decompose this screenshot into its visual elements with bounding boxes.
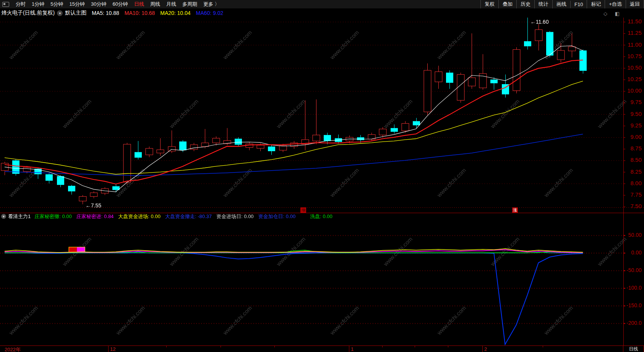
tab-30min[interactable]: 30分钟 <box>88 0 109 8</box>
main-chart-canvas[interactable] <box>0 18 644 352</box>
draw-line-button[interactable]: 画线 <box>552 0 570 8</box>
field-xipan: 洗盘: 0.00 <box>310 213 333 220</box>
month-tick <box>349 346 349 352</box>
adjust-price-button[interactable]: 复权 <box>480 0 498 8</box>
field-zijin-jinchangri: 资金进场日: 0.00 <box>216 213 254 220</box>
chevron-down-icon[interactable]: ▾ <box>57 10 63 16</box>
field-zhuangjia-jin: 庄家秘密进: 0.84 <box>76 213 114 220</box>
statistics-button[interactable]: 统计 <box>534 0 552 8</box>
trading-app-window: 分时 1分钟 5分钟 15分钟 30分钟 60分钟 日线 周线 月线 多周期 更… <box>0 0 644 352</box>
ma60-readout: MA60: 9.02 <box>196 10 224 16</box>
stock-info-bar: 烽火电子(日线.前复权) ▾ 默认主图 MA5: 10.88 MA10: 10.… <box>0 8 644 18</box>
ma20-readout: MA20: 10.04 <box>160 10 190 16</box>
period-toolbar: 分时 1分钟 5分钟 15分钟 30分钟 60分钟 日线 周线 月线 多周期 更… <box>0 0 644 8</box>
toolbar-buttons: 复权 叠加 历史 统计 画线 F10 标记 +自选 返回 <box>480 0 644 8</box>
back-button[interactable]: 返回 <box>626 0 644 8</box>
sub-indicator-header: ▾ 看清主力1 庄家秘密撤: 0.00 庄家秘密进: 0.84 大盘资金进场: … <box>0 213 644 220</box>
tab-1min[interactable]: 1分钟 <box>29 0 47 8</box>
event-marker-zeng[interactable]: 增 <box>300 207 306 213</box>
axis-month-label: 1 <box>351 346 354 352</box>
tab-daily[interactable]: 日线 <box>131 0 147 8</box>
history-button[interactable]: 历史 <box>516 0 534 8</box>
time-axis: 2022年 12 1 2 <box>0 345 644 352</box>
tab-weekly[interactable]: 周线 <box>148 0 163 8</box>
ma10-readout: MA10: 10.68 <box>125 10 155 16</box>
tab-more[interactable]: 更多 〉 <box>201 0 222 8</box>
field-zijin-jiacangri: 资金加仓日: 0.00 <box>258 213 296 220</box>
axis-month-label: 12 <box>110 346 115 352</box>
period-indicator[interactable]: 日线 <box>623 345 644 352</box>
overlay-button[interactable]: 叠加 <box>498 0 516 8</box>
sub-indicator-title[interactable]: 看清主力1 <box>8 213 31 220</box>
tab-15min[interactable]: 15分钟 <box>67 0 87 8</box>
month-tick <box>482 346 483 352</box>
tab-minute-chart[interactable]: 分时 <box>13 0 28 8</box>
field-dapan-jinchang: 大盘资金进场: 0.00 <box>118 213 161 220</box>
f10-button[interactable]: F10 <box>570 1 587 8</box>
field-zhuangjia-che: 庄家秘密撤: 0.00 <box>34 213 72 220</box>
chart-corner-icons[interactable]: ◇ ◧ <box>603 11 623 16</box>
month-tick <box>108 346 109 352</box>
period-tabs: 分时 1分钟 5分钟 15分钟 30分钟 60分钟 日线 周线 月线 多周期 更… <box>0 0 222 8</box>
axis-month-label: 2 <box>484 346 487 352</box>
chevron-down-icon[interactable]: ▾ <box>1 214 6 219</box>
window-icon[interactable] <box>2 2 9 7</box>
mark-button[interactable]: 标记 <box>587 0 605 8</box>
ma5-readout: MA5: 10.88 <box>92 10 119 16</box>
tab-monthly[interactable]: 月线 <box>164 0 179 8</box>
axis-year-label: 2022年 <box>5 346 21 352</box>
main-layout-label[interactable]: 默认主图 <box>65 10 86 16</box>
tab-60min[interactable]: 60分钟 <box>110 0 130 8</box>
field-dapan-chezou: 大盘资金撤走: -80.37 <box>165 213 212 220</box>
tab-5min[interactable]: 5分钟 <box>48 0 66 8</box>
stock-title: 烽火电子(日线.前复权) <box>2 10 55 16</box>
tab-multi-period[interactable]: 多周期 <box>180 0 200 8</box>
add-watchlist-button[interactable]: +自选 <box>605 0 626 8</box>
event-marker-zhang[interactable]: 涨 <box>512 207 518 213</box>
